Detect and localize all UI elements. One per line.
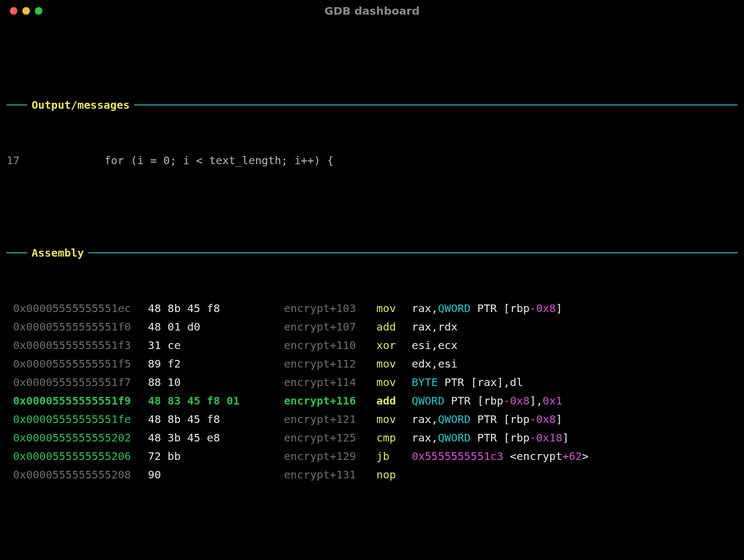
source-line: 17for (i = 0; i < text_length; i++) { (7, 151, 737, 170)
minimize-icon[interactable] (22, 7, 30, 15)
asm-row: 0x00005555555551f048 01 d0encrypt+107add… (7, 318, 737, 336)
source-lineno: 17 (7, 151, 104, 170)
asm-row: 0x00005555555551f331 ceencrypt+110xoresi… (7, 336, 737, 354)
asm-row: 0x000055555555520890encrypt+131nop (7, 465, 737, 484)
section-breakpoints-header: Breakpoints (7, 558, 737, 560)
section-output-label: Output/messages (32, 96, 130, 114)
asm-row: 0x00005555555551fe48 8b 45 f8encrypt+121… (7, 410, 737, 428)
window-title: GDB dashboard (0, 2, 744, 20)
asm-row: 0x00005555555551f948 83 45 f8 01encrypt+… (7, 391, 737, 410)
terminal-output: Output/messages 17for (i = 0; i < text_l… (0, 22, 744, 560)
asm-row: 0x00005555555551f589 f2encrypt+112movedx… (7, 354, 737, 373)
asm-row: 0x000055555555520248 3b 45 e8encrypt+125… (7, 428, 737, 447)
asm-row: 0x00005555555551f788 10encrypt+114movBYT… (7, 373, 737, 391)
asm-row: 0x000055555555520672 bbencrypt+129jb0x55… (7, 447, 737, 465)
zoom-icon[interactable] (35, 7, 42, 15)
assembly-listing: 0x00005555555551ec48 8b 45 f8encrypt+103… (7, 299, 737, 484)
traffic-lights (10, 7, 42, 15)
asm-row: 0x00005555555551ec48 8b 45 f8encrypt+103… (7, 299, 737, 318)
section-breakpoints-label: Breakpoints (32, 558, 103, 560)
section-assembly-header: Assembly (7, 244, 737, 262)
source-code: for (i = 0; i < text_length; i++) { (104, 154, 333, 167)
section-output-header: Output/messages (7, 96, 737, 114)
window-titlebar: GDB dashboard (0, 0, 744, 22)
close-icon[interactable] (10, 7, 17, 15)
section-assembly-label: Assembly (32, 244, 84, 262)
